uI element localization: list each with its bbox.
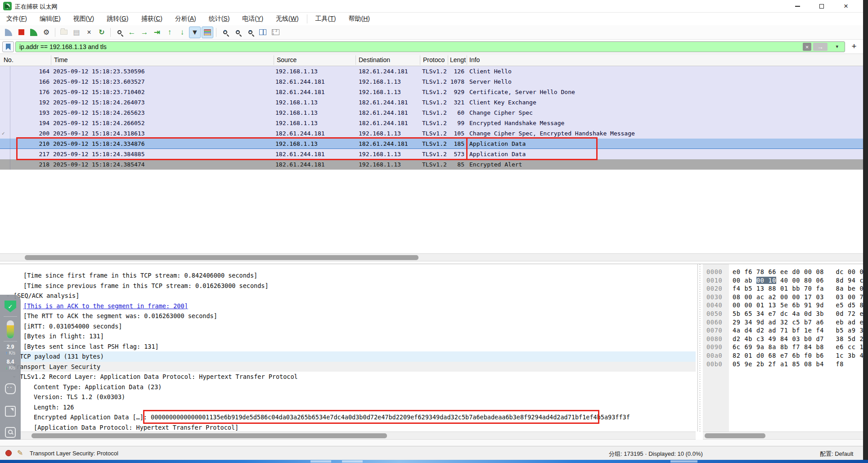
save-file-icon[interactable]: ▤ xyxy=(71,27,82,38)
performance-gauge-icon[interactable] xyxy=(7,320,14,338)
detail-line[interactable]: ›TLSv1.2 Record Layer: Application Data … xyxy=(0,372,696,382)
next-packet-icon[interactable]: → xyxy=(139,27,150,38)
menu-item[interactable]: 跳转(G) xyxy=(100,13,135,25)
column-header-no[interactable]: No. xyxy=(4,56,13,63)
packet-row-218[interactable]: 2182025-09-12 15:18:24.385474182.61.244.… xyxy=(0,159,863,170)
hex-row[interactable]: 00505b 65 34 e7 dc 4a 0d 3b 0d 72 e4 xyxy=(706,310,863,318)
detail-line[interactable]: Length: 126 xyxy=(0,402,696,413)
packet-row-193[interactable]: 1932025-09-12 15:18:24.265623192.168.1.1… xyxy=(0,108,863,118)
reload-icon[interactable]: ↻ xyxy=(96,27,108,38)
hex-row[interactable]: 006029 34 9d ad 32 c5 b7 a6 eb ad ea xyxy=(706,318,863,327)
menu-item[interactable]: 编辑(E) xyxy=(33,13,67,25)
layout-123-icon[interactable]: 1 2 3 xyxy=(270,27,281,38)
column-header-destination[interactable]: Destination xyxy=(359,56,390,63)
column-header-lengt[interactable]: Lengt xyxy=(450,56,466,63)
detail-line[interactable]: Transport Layer Security xyxy=(0,362,696,372)
restart-capture-icon[interactable] xyxy=(28,27,40,38)
packet-list-hscrollbar[interactable] xyxy=(0,253,863,261)
zoom-out-icon[interactable]: − xyxy=(232,27,243,38)
column-header-info[interactable]: Info xyxy=(469,56,480,63)
find-packet-icon[interactable] xyxy=(113,27,125,38)
menu-item[interactable]: 工具(T) xyxy=(309,13,342,25)
expert-info-icon[interactable] xyxy=(5,450,12,456)
detail-line[interactable]: Encrypted Application Data […]: 00000000… xyxy=(0,412,696,423)
resize-columns-icon[interactable] xyxy=(257,27,269,38)
security-shield-icon[interactable]: ✓ xyxy=(4,301,16,312)
details-hscrollbar[interactable] xyxy=(0,432,696,440)
status-profile[interactable]: 配置: Default xyxy=(820,450,853,458)
column-header-protoco[interactable]: Protoco xyxy=(423,56,445,63)
filter-bookmark-button[interactable] xyxy=(2,41,14,52)
hex-row[interactable]: 0080d2 4b c3 49 84 03 b0 d7 38 5d 2c xyxy=(706,335,863,343)
filter-clear-button[interactable]: × xyxy=(803,43,811,51)
column-header-time[interactable]: Time xyxy=(54,56,68,63)
last-packet-icon[interactable]: ↓ xyxy=(176,27,188,38)
column-header-source[interactable]: Source xyxy=(277,56,297,63)
detail-line[interactable]: [Bytes sent since last PSH flag: 131] xyxy=(0,342,696,352)
detail-line[interactable]: [iRTT: 0.031054000 seconds] xyxy=(0,321,696,332)
detail-line[interactable]: [Application Data Protocol: Hypertext Tr… xyxy=(0,423,696,432)
detail-line[interactable]: [Bytes in flight: 131] xyxy=(0,331,696,342)
detail-line[interactable]: ›[SEQ/ACK analysis] xyxy=(0,291,696,301)
hex-row[interactable]: 003008 00 ac a2 00 00 17 03 03 00 7e xyxy=(706,293,863,301)
packet-row-210[interactable]: 2102025-09-12 15:18:24.334876192.168.1.1… xyxy=(0,139,863,149)
packet-row-164[interactable]: 1642025-09-12 15:18:23.530596192.168.1.1… xyxy=(0,66,863,76)
detail-line[interactable]: [Time since first frame in this TCP stre… xyxy=(0,270,696,281)
capture-options-icon[interactable]: ⚙ xyxy=(40,27,52,38)
zoom-100-icon[interactable]: = xyxy=(244,27,256,38)
detail-line[interactable]: TCP payload (131 bytes) xyxy=(0,351,696,362)
packet-bytes-pane: 0000e0 f6 78 66 ee d0 00 08 dc 00 020010… xyxy=(703,264,863,432)
minimize-button[interactable] xyxy=(788,0,806,12)
menu-item[interactable]: 分析(A) xyxy=(169,13,202,25)
menu-item[interactable]: 统计(S) xyxy=(202,13,236,25)
zoom-in-icon[interactable]: + xyxy=(219,27,231,38)
start-capture-icon[interactable] xyxy=(3,27,14,38)
hex-row[interactable]: 004000 00 01 13 5e 6b 91 9d e5 d5 86 xyxy=(706,301,863,310)
packet-row-217[interactable]: 2172025-09-12 15:18:24.384885182.61.244.… xyxy=(0,149,863,159)
hex-row[interactable]: 0020f4 b5 13 88 01 bb 70 fa 8a be 0b xyxy=(706,284,863,293)
hex-row[interactable]: 0000e0 f6 78 66 ee d0 00 08 dc 00 02 xyxy=(706,268,863,276)
detail-line[interactable]: [The RTT to ACK the segment was: 0.01626… xyxy=(0,311,696,321)
hex-dump[interactable]: 0000e0 f6 78 66 ee d0 00 08 dc 00 020010… xyxy=(706,268,863,368)
menu-item[interactable]: 无线(W) xyxy=(270,13,305,25)
maximize-button[interactable] xyxy=(813,0,831,12)
detail-line[interactable]: Content Type: Application Data (23) xyxy=(0,382,696,392)
colorize-icon[interactable] xyxy=(202,27,213,38)
menu-item[interactable]: 捕获(C) xyxy=(135,13,169,25)
detail-line[interactable]: [Time since previous frame in this TCP s… xyxy=(0,281,696,291)
menu-item[interactable]: 视图(V) xyxy=(67,13,101,25)
packet-row-176[interactable]: 1762025-09-12 15:18:23.710402182.61.244.… xyxy=(0,87,863,97)
close-file-icon[interactable]: × xyxy=(83,27,95,38)
menu-item[interactable]: 帮助(H) xyxy=(342,13,376,25)
packet-row-192[interactable]: 1922025-09-12 15:18:24.264073192.168.1.1… xyxy=(0,97,863,108)
menu-item[interactable]: 电话(Y) xyxy=(236,13,270,25)
menu-item[interactable]: 文件(F) xyxy=(0,13,33,25)
packet-row-166[interactable]: 1662025-09-12 15:18:23.603527182.61.244.… xyxy=(0,76,863,87)
autoscroll-icon[interactable]: ▼ xyxy=(189,27,201,38)
detail-line[interactable]: Version: TLS 1.2 (0x0303) xyxy=(0,392,696,402)
packet-row-200[interactable]: ✓2002025-09-12 15:18:24.318613182.61.244… xyxy=(0,128,863,139)
pane-splitter[interactable] xyxy=(696,264,703,432)
hex-row[interactable]: 00704a d4 d2 ad 71 bf 1e f4 b5 a9 3f xyxy=(706,326,863,335)
goto-packet-icon[interactable]: ⇥ xyxy=(151,27,163,38)
hex-row[interactable]: 00b005 9e 2b 2f a1 85 08 b4 f8 xyxy=(706,360,863,369)
packet-row-194[interactable]: 1942025-09-12 15:18:24.266052192.168.1.1… xyxy=(0,118,863,128)
filter-dropdown-chevron-icon[interactable]: ▾ xyxy=(836,44,838,49)
chat-icon[interactable] xyxy=(5,383,16,394)
screenshot-icon[interactable] xyxy=(5,406,16,417)
hex-row[interactable]: 00906c 69 9a 8a 8b f7 84 b8 e6 cc 1f xyxy=(706,343,863,351)
open-file-icon[interactable] xyxy=(58,27,70,38)
hex-hscrollbar[interactable] xyxy=(703,432,863,440)
detail-line[interactable]: [This is an ACK to the segment in frame:… xyxy=(0,301,696,311)
stop-capture-icon[interactable] xyxy=(15,27,27,38)
search-tool-icon[interactable] xyxy=(5,427,16,438)
hex-row[interactable]: 001000 ab 00 10 40 00 80 06 8d 94 c0 xyxy=(706,276,863,285)
hex-row[interactable]: 00a082 01 d0 68 e7 6b f0 b6 1c 3b 4b xyxy=(706,351,863,360)
filter-apply-button[interactable]: → xyxy=(813,43,828,51)
first-packet-icon[interactable]: ↑ xyxy=(164,27,175,38)
previous-packet-icon[interactable]: ← xyxy=(126,27,138,38)
filter-add-button[interactable]: + xyxy=(849,41,859,52)
close-button[interactable]: × xyxy=(837,0,855,12)
annotation-pencil-icon[interactable]: ✎ xyxy=(17,449,23,457)
display-filter-input[interactable] xyxy=(16,42,808,52)
